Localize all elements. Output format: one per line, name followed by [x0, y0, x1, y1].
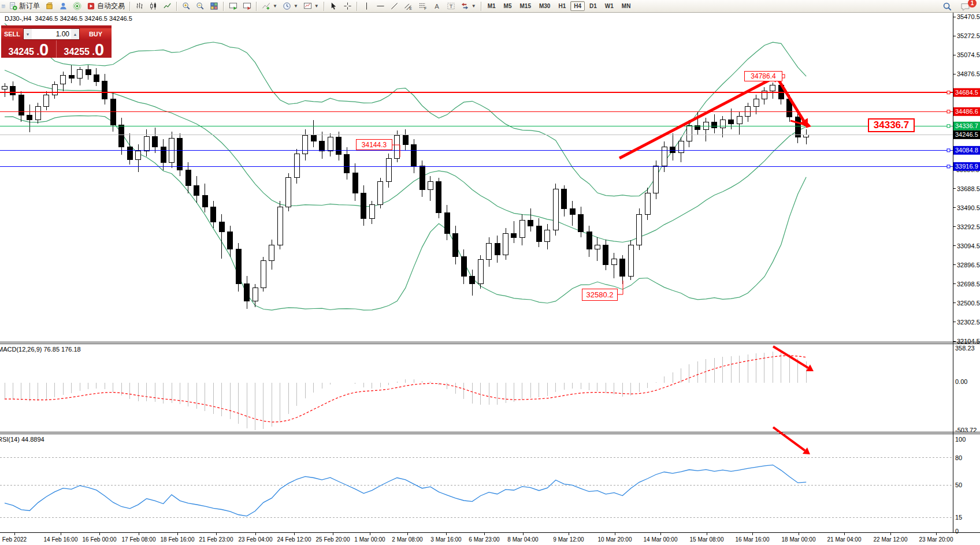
macd-axis-tick: 358.23: [955, 345, 975, 352]
chart-ohlc-header: DJ30-,H4 34246.5 34246.5 34246.5 34246.5: [5, 15, 132, 22]
volume-spinner: ▼ 1.00 ▲: [23, 28, 80, 40]
bid-ask-prices: 34245 .0 34255 .0: [1, 40, 112, 58]
price-axis: 34282.533886.535470.535272.535074.534876…: [953, 13, 980, 535]
ask-price-big: 0: [95, 42, 104, 57]
ask-price[interactable]: 34255 .0: [57, 40, 112, 58]
time-tick: 14 Mar 00:00: [644, 536, 678, 543]
time-tick: 21 Feb 23:00: [199, 536, 233, 543]
time-tick: 3 Mar 16:00: [430, 536, 462, 543]
trading-terminal: 34282.533886.535470.535272.535074.534876…: [0, 0, 980, 545]
macd-label: MACD(12,26,9) 76.85 176.18: [0, 346, 81, 353]
price-tick: 32104.5: [957, 338, 980, 345]
time-axis: Feb 202214 Feb 16:0016 Feb 00:0017 Feb 0…: [2, 533, 953, 543]
rsi-axis-tick: 50: [955, 481, 962, 488]
rsi-axis-tick: 100: [955, 436, 966, 443]
line-anchor[interactable]: [947, 149, 950, 152]
price-tick: 35470.5: [957, 13, 980, 20]
price-tick: 33094.5: [957, 242, 980, 249]
ask-price-main: 34255 .: [64, 47, 94, 57]
bid-price-main: 34245 .: [8, 47, 39, 57]
volume-decrease-button[interactable]: ▼: [24, 29, 32, 39]
macd-axis-tick: -503.72: [955, 427, 977, 434]
rsi-label: RSI(14) 44.8894: [0, 436, 44, 443]
time-tick: 23 Mar 20:00: [919, 536, 953, 543]
time-tick: 17 Feb 08:00: [122, 536, 156, 543]
time-tick: 16 Mar 16:00: [736, 536, 770, 543]
svg-text:34336.7: 34336.7: [955, 122, 978, 129]
rsi-axis-tick: 80: [955, 454, 962, 461]
line-anchor[interactable]: [947, 91, 950, 94]
price-tick: 32500.5: [957, 300, 980, 307]
time-tick: 18 Feb 16:00: [161, 536, 195, 543]
price-annotation-mid[interactable]: 34144.3: [356, 139, 392, 150]
bid-price[interactable]: 34245 .0: [1, 40, 57, 58]
macd-histogram: [5, 352, 806, 430]
svg-text:34084.8: 34084.8: [955, 147, 978, 154]
time-tick: 15 Mar 08:00: [690, 536, 724, 543]
order-row: SELL ▼ 1.00 ▲ BUY: [1, 28, 112, 40]
rsi-axis-tick: 15: [955, 514, 962, 521]
time-tick: 18 Mar 00:00: [782, 536, 816, 543]
line-anchor[interactable]: [947, 125, 950, 128]
volume-increase-button[interactable]: ▲: [71, 29, 79, 39]
price-tick: 32302.5: [957, 319, 980, 326]
price-tick: 32896.5: [957, 262, 980, 268]
price-tick: 33688.5: [957, 185, 980, 192]
line-anchor[interactable]: [947, 165, 950, 168]
svg-text:33916.9: 33916.9: [955, 163, 978, 170]
sell-button[interactable]: SELL: [1, 28, 23, 40]
time-tick: 14 Feb 16:00: [44, 536, 78, 543]
time-tick: 24 Feb 12:00: [277, 536, 311, 543]
time-tick: 1 Mar 00:00: [354, 536, 385, 543]
svg-text:34684.5: 34684.5: [955, 89, 978, 96]
macd-axis-tick: 0.00: [955, 378, 967, 385]
svg-text:34486.6: 34486.6: [955, 108, 978, 115]
time-tick: 6 Mar 23:00: [469, 536, 500, 543]
svg-text:34246.5: 34246.5: [955, 131, 978, 138]
trend-arrow-up[interactable]: [619, 74, 780, 158]
time-tick: 8 Mar 04:00: [507, 536, 539, 543]
price-annotation-low[interactable]: 32580.2: [582, 289, 618, 301]
time-tick: 10 Mar 20:00: [598, 536, 632, 543]
one-click-trading-panel: SELL ▼ 1.00 ▲ BUY 34245 .0 34255 .0: [1, 25, 112, 58]
price-tick: 35074.5: [957, 51, 980, 58]
rsi-arrow[interactable]: [773, 427, 810, 454]
price-tick: 35272.5: [957, 32, 980, 39]
rsi-line: [5, 465, 806, 516]
candles: [2, 65, 809, 309]
rsi-axis-tick: 0: [955, 528, 959, 535]
bid-price-big: 0: [39, 42, 49, 57]
price-tick: 33490.5: [957, 204, 980, 211]
time-tick: 21 Mar 04:00: [827, 536, 862, 543]
line-anchor[interactable]: [947, 110, 950, 113]
time-tick: 23 Feb 04:00: [239, 536, 273, 543]
time-tick: 2 Mar 08:00: [392, 536, 423, 543]
macd-signal-line: [5, 356, 806, 422]
price-arrow[interactable]: [790, 121, 811, 128]
chart-canvas[interactable]: 34282.533886.535470.535272.535074.534876…: [0, 0, 980, 545]
macd-arrow[interactable]: [773, 346, 814, 371]
time-tick: 22 Mar 12:00: [874, 536, 908, 543]
time-tick: 9 Mar 12:00: [553, 536, 584, 543]
price-tick: 33292.5: [957, 223, 980, 230]
time-tick: 25 Feb 20:00: [316, 536, 350, 543]
price-tick: 32698.5: [957, 281, 980, 288]
price-annotation-peak[interactable]: 34786.4: [744, 71, 782, 81]
price-tick: 34876.5: [957, 70, 980, 77]
buy-button[interactable]: BUY: [80, 28, 112, 40]
price-annotation-target[interactable]: 34336.7: [868, 118, 915, 132]
time-tick: Feb 2022: [2, 536, 27, 543]
volume-value[interactable]: 1.00: [32, 29, 71, 39]
time-tick: 16 Feb 00:00: [83, 536, 117, 543]
